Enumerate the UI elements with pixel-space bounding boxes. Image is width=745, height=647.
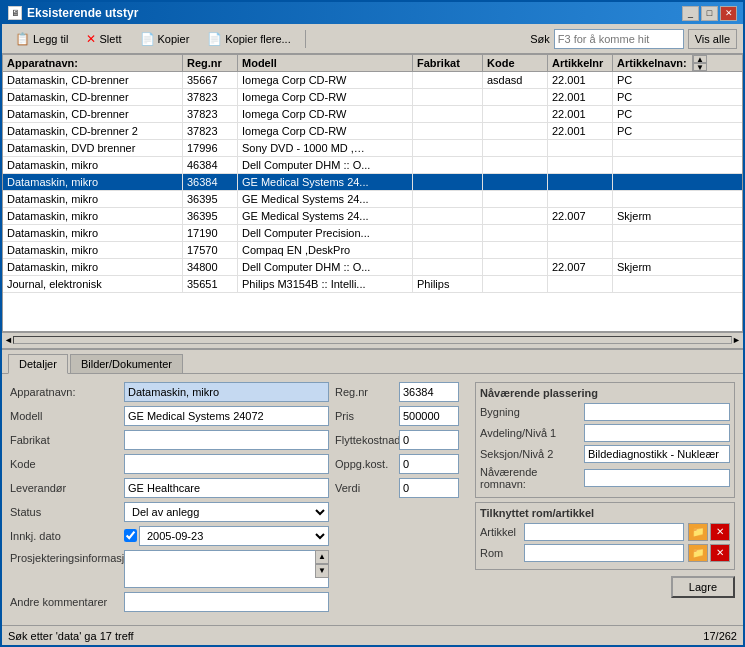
table-cell: 17996 bbox=[183, 140, 238, 156]
bygning-input[interactable] bbox=[584, 403, 730, 421]
table-row[interactable]: Datamaskin, mikro36395GE Medical Systems… bbox=[3, 208, 742, 225]
apparatnavn-label: Apparatnavn: bbox=[10, 386, 120, 398]
kopier-button[interactable]: 📄 Kopier bbox=[133, 28, 197, 50]
tab-bilder[interactable]: Bilder/Dokumenter bbox=[70, 354, 183, 373]
table-cell: 22.001 bbox=[548, 72, 613, 88]
flyttekostnad-input[interactable] bbox=[399, 430, 459, 450]
scroll-left[interactable]: ◄ bbox=[4, 335, 13, 345]
table-row[interactable]: Datamaskin, mikro17570Compaq EN ,DeskPro bbox=[3, 242, 742, 259]
col-artikkelnr[interactable]: Artikkelnr bbox=[548, 55, 613, 71]
table-row[interactable]: Datamaskin, CD-brenner35667Iomega Corp C… bbox=[3, 72, 742, 89]
kode-input[interactable] bbox=[124, 454, 329, 474]
table-cell bbox=[613, 140, 693, 156]
table-cell: Iomega Corp CD-RW bbox=[238, 89, 413, 105]
table-cell: 36395 bbox=[183, 191, 238, 207]
seksjon-input[interactable] bbox=[584, 445, 730, 463]
scroll-track[interactable] bbox=[13, 336, 732, 344]
table-cell bbox=[613, 242, 693, 258]
table-row[interactable]: Datamaskin, mikro46384Dell Computer DHM … bbox=[3, 157, 742, 174]
table-row[interactable]: Datamaskin, CD-brenner37823Iomega Corp C… bbox=[3, 106, 742, 123]
artikkel-buttons: 📁 ✕ bbox=[688, 523, 730, 541]
col-apparatnavn[interactable]: Apparatnavn: bbox=[3, 55, 183, 71]
table-row[interactable]: Datamaskin, mikro34800Dell Computer DHM … bbox=[3, 259, 742, 276]
table-cell bbox=[483, 225, 548, 241]
table-row[interactable]: Datamaskin, mikro36395GE Medical Systems… bbox=[3, 191, 742, 208]
table-cell: Datamaskin, mikro bbox=[3, 208, 183, 224]
col-reg[interactable]: Reg.nr bbox=[183, 55, 238, 71]
slett-button[interactable]: ✕ Slett bbox=[79, 28, 128, 50]
table-cell: 22.007 bbox=[548, 259, 613, 275]
table-cell: GE Medical Systems 24... bbox=[238, 174, 413, 190]
copy-icon: 📄 bbox=[140, 32, 155, 46]
rom-input[interactable] bbox=[524, 544, 684, 562]
table-cell: Datamaskin, mikro bbox=[3, 225, 183, 241]
col-kode[interactable]: Kode bbox=[483, 55, 548, 71]
bygning-field: Bygning bbox=[480, 403, 730, 421]
slett-label: Slett bbox=[99, 33, 121, 45]
close-button[interactable]: ✕ bbox=[720, 6, 737, 21]
table-cell bbox=[483, 208, 548, 224]
status-row: Status Del av anlegg bbox=[10, 502, 329, 522]
table-row[interactable]: Datamaskin, CD-brenner37823Iomega Corp C… bbox=[3, 89, 742, 106]
fabrikat-row: Fabrikat bbox=[10, 430, 329, 450]
tab-detaljer[interactable]: Detaljer bbox=[8, 354, 68, 374]
apparatnavn-input[interactable] bbox=[124, 382, 329, 402]
artikkel-input[interactable] bbox=[524, 523, 684, 541]
kopier-flere-button[interactable]: 📄 Kopier flere... bbox=[200, 28, 297, 50]
scroll-right[interactable]: ► bbox=[732, 335, 741, 345]
navaerende-input[interactable] bbox=[584, 469, 730, 487]
table-row[interactable]: Datamaskin, mikro36384GE Medical Systems… bbox=[3, 174, 742, 191]
reg-nr-row: Reg.nr bbox=[335, 382, 459, 402]
rom-folder-button[interactable]: 📁 bbox=[688, 544, 708, 562]
rom-delete-button[interactable]: ✕ bbox=[710, 544, 730, 562]
textarea-scroll-up[interactable]: ▲ bbox=[315, 550, 329, 564]
table-cell bbox=[413, 157, 483, 173]
status-text: Søk etter 'data' ga 17 treff bbox=[8, 630, 134, 642]
andre-kommentarer-input[interactable] bbox=[124, 592, 329, 612]
search-input[interactable] bbox=[554, 29, 684, 49]
table-cell: GE Medical Systems 24... bbox=[238, 191, 413, 207]
horizontal-scrollbar[interactable]: ◄ ► bbox=[2, 332, 743, 348]
table-cell: 17570 bbox=[183, 242, 238, 258]
oppg-kost-input[interactable] bbox=[399, 454, 459, 474]
prosjektering-input[interactable] bbox=[124, 550, 329, 588]
table-row[interactable]: Datamaskin, mikro17190Dell Computer Prec… bbox=[3, 225, 742, 242]
maximize-button[interactable]: □ bbox=[701, 6, 718, 21]
col-scroll: ▲ ▼ bbox=[693, 55, 709, 71]
andre-kommentarer-row: Andre kommentarer bbox=[10, 592, 329, 612]
window-icon: 🖥 bbox=[8, 6, 22, 20]
table-row[interactable]: Datamaskin, DVD brenner17996Sony DVD - 1… bbox=[3, 140, 742, 157]
verdi-label: Verdi bbox=[335, 482, 395, 494]
innkj-dato-checkbox[interactable] bbox=[124, 529, 137, 542]
fabrikat-input[interactable] bbox=[124, 430, 329, 450]
innkj-dato-select[interactable]: 2005-09-23 bbox=[139, 526, 329, 546]
table-cell: Datamaskin, CD-brenner 2 bbox=[3, 123, 183, 139]
col-artikkelnavn[interactable]: Artikkelnavn: bbox=[613, 55, 693, 71]
oppg-kost-row: Oppg.kost. bbox=[335, 454, 459, 474]
lagre-button[interactable]: Lagre bbox=[671, 576, 735, 598]
details-section: Detaljer Bilder/Dokumenter Apparatnavn: … bbox=[2, 348, 743, 626]
modell-input[interactable] bbox=[124, 406, 329, 426]
table-cell: 37823 bbox=[183, 123, 238, 139]
reg-nr-input[interactable] bbox=[399, 382, 459, 402]
legg-til-button[interactable]: 📋 Legg til bbox=[8, 28, 75, 50]
kopier-flere-label: Kopier flere... bbox=[225, 33, 290, 45]
pris-input[interactable] bbox=[399, 406, 459, 426]
minimize-button[interactable]: _ bbox=[682, 6, 699, 21]
verdi-input[interactable] bbox=[399, 478, 459, 498]
leverandor-input[interactable] bbox=[124, 478, 329, 498]
table-cell bbox=[413, 106, 483, 122]
vis-alle-button[interactable]: Vis alle bbox=[688, 29, 737, 49]
table-row[interactable]: Journal, elektronisk35651Philips M3154B … bbox=[3, 276, 742, 293]
scroll-down[interactable]: ▼ bbox=[693, 63, 707, 71]
textarea-scroll-down[interactable]: ▼ bbox=[315, 564, 329, 578]
avdeling-input[interactable] bbox=[584, 424, 730, 442]
artikkel-folder-button[interactable]: 📁 bbox=[688, 523, 708, 541]
navaerende-field: Nåværende romnavn: bbox=[480, 466, 730, 490]
col-modell[interactable]: Modell bbox=[238, 55, 413, 71]
col-fabrikat[interactable]: Fabrikat bbox=[413, 55, 483, 71]
table-cell: PC bbox=[613, 106, 693, 122]
status-select[interactable]: Del av anlegg bbox=[124, 502, 329, 522]
artikkel-delete-button[interactable]: ✕ bbox=[710, 523, 730, 541]
table-row[interactable]: Datamaskin, CD-brenner 237823Iomega Corp… bbox=[3, 123, 742, 140]
